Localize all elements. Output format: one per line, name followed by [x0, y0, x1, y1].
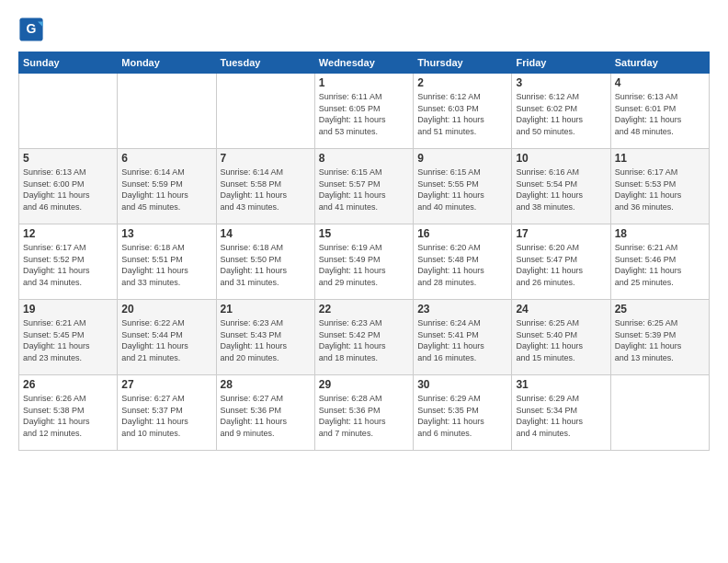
- calendar-cell: 31Sunrise: 6:29 AM Sunset: 5:34 PM Dayli…: [512, 375, 610, 451]
- day-info: Sunrise: 6:16 AM Sunset: 5:54 PM Dayligh…: [516, 167, 606, 213]
- day-number: 11: [615, 152, 705, 165]
- calendar-cell: 11Sunrise: 6:17 AM Sunset: 5:53 PM Dayli…: [610, 149, 709, 224]
- day-info: Sunrise: 6:14 AM Sunset: 5:58 PM Dayligh…: [221, 167, 311, 213]
- calendar-cell: 6Sunrise: 6:14 AM Sunset: 5:59 PM Daylig…: [118, 149, 216, 224]
- weekday-header-row: SundayMondayTuesdayWednesdayThursdayFrid…: [19, 52, 710, 74]
- day-info: Sunrise: 6:14 AM Sunset: 5:59 PM Dayligh…: [121, 167, 211, 213]
- calendar-cell: 1Sunrise: 6:11 AM Sunset: 6:05 PM Daylig…: [314, 74, 413, 149]
- calendar-cell: 20Sunrise: 6:22 AM Sunset: 5:44 PM Dayli…: [118, 300, 216, 375]
- logo-icon: G: [18, 17, 44, 42]
- day-info: Sunrise: 6:11 AM Sunset: 6:05 PM Dayligh…: [319, 91, 409, 137]
- day-info: Sunrise: 6:18 AM Sunset: 5:50 PM Dayligh…: [221, 242, 311, 288]
- calendar-cell: 30Sunrise: 6:29 AM Sunset: 5:35 PM Dayli…: [414, 375, 512, 451]
- calendar-cell: [19, 74, 118, 149]
- day-info: Sunrise: 6:17 AM Sunset: 5:52 PM Dayligh…: [23, 242, 113, 288]
- day-info: Sunrise: 6:25 AM Sunset: 5:39 PM Dayligh…: [615, 317, 705, 363]
- day-info: Sunrise: 6:13 AM Sunset: 6:01 PM Dayligh…: [615, 91, 705, 137]
- calendar-cell: 18Sunrise: 6:21 AM Sunset: 5:46 PM Dayli…: [610, 224, 709, 300]
- calendar-cell: 8Sunrise: 6:15 AM Sunset: 5:57 PM Daylig…: [314, 149, 413, 224]
- day-number: 3: [516, 76, 606, 89]
- calendar-cell: 3Sunrise: 6:12 AM Sunset: 6:02 PM Daylig…: [512, 74, 610, 149]
- calendar-cell: 9Sunrise: 6:15 AM Sunset: 5:55 PM Daylig…: [414, 149, 512, 224]
- day-number: 30: [417, 378, 507, 391]
- day-number: 18: [615, 227, 705, 240]
- calendar-cell: 5Sunrise: 6:13 AM Sunset: 6:00 PM Daylig…: [19, 149, 118, 224]
- week-row-2: 5Sunrise: 6:13 AM Sunset: 6:00 PM Daylig…: [19, 149, 710, 224]
- day-info: Sunrise: 6:28 AM Sunset: 5:36 PM Dayligh…: [319, 393, 409, 439]
- calendar-cell: 23Sunrise: 6:24 AM Sunset: 5:41 PM Dayli…: [414, 300, 512, 375]
- day-number: 13: [121, 227, 211, 240]
- weekday-header-monday: Monday: [118, 52, 216, 74]
- day-info: Sunrise: 6:13 AM Sunset: 6:00 PM Dayligh…: [23, 167, 113, 213]
- day-info: Sunrise: 6:15 AM Sunset: 5:57 PM Dayligh…: [319, 167, 409, 213]
- page: G SundayMondayTuesdayWednesdayThursdayFr…: [0, 0, 728, 563]
- svg-text:G: G: [27, 21, 37, 36]
- day-number: 21: [221, 303, 311, 316]
- day-info: Sunrise: 6:19 AM Sunset: 5:49 PM Dayligh…: [319, 242, 409, 288]
- calendar-cell: 16Sunrise: 6:20 AM Sunset: 5:48 PM Dayli…: [414, 224, 512, 300]
- weekday-header-friday: Friday: [512, 52, 610, 74]
- calendar-cell: 29Sunrise: 6:28 AM Sunset: 5:36 PM Dayli…: [314, 375, 413, 451]
- calendar-cell: 19Sunrise: 6:21 AM Sunset: 5:45 PM Dayli…: [19, 300, 118, 375]
- week-row-5: 26Sunrise: 6:26 AM Sunset: 5:38 PM Dayli…: [19, 375, 710, 451]
- day-number: 20: [121, 303, 211, 316]
- day-number: 14: [221, 227, 311, 240]
- day-info: Sunrise: 6:15 AM Sunset: 5:55 PM Dayligh…: [417, 167, 507, 213]
- header: G: [18, 17, 710, 42]
- day-number: 4: [615, 76, 705, 89]
- week-row-4: 19Sunrise: 6:21 AM Sunset: 5:45 PM Dayli…: [19, 300, 710, 375]
- day-number: 10: [516, 152, 606, 165]
- calendar-cell: [216, 74, 314, 149]
- calendar-cell: 22Sunrise: 6:23 AM Sunset: 5:42 PM Dayli…: [314, 300, 413, 375]
- calendar-cell: 10Sunrise: 6:16 AM Sunset: 5:54 PM Dayli…: [512, 149, 610, 224]
- weekday-header-wednesday: Wednesday: [314, 52, 413, 74]
- day-info: Sunrise: 6:21 AM Sunset: 5:45 PM Dayligh…: [23, 317, 113, 363]
- calendar-cell: 13Sunrise: 6:18 AM Sunset: 5:51 PM Dayli…: [118, 224, 216, 300]
- calendar-cell: 7Sunrise: 6:14 AM Sunset: 5:58 PM Daylig…: [216, 149, 314, 224]
- calendar-cell: 17Sunrise: 6:20 AM Sunset: 5:47 PM Dayli…: [512, 224, 610, 300]
- day-info: Sunrise: 6:12 AM Sunset: 6:03 PM Dayligh…: [417, 91, 507, 137]
- calendar-cell: 12Sunrise: 6:17 AM Sunset: 5:52 PM Dayli…: [19, 224, 118, 300]
- weekday-header-thursday: Thursday: [414, 52, 512, 74]
- day-info: Sunrise: 6:20 AM Sunset: 5:48 PM Dayligh…: [417, 242, 507, 288]
- day-info: Sunrise: 6:12 AM Sunset: 6:02 PM Dayligh…: [516, 91, 606, 137]
- weekday-header-tuesday: Tuesday: [216, 52, 314, 74]
- day-info: Sunrise: 6:25 AM Sunset: 5:40 PM Dayligh…: [516, 317, 606, 363]
- week-row-1: 1Sunrise: 6:11 AM Sunset: 6:05 PM Daylig…: [19, 74, 710, 149]
- day-number: 15: [319, 227, 409, 240]
- calendar-cell: 21Sunrise: 6:23 AM Sunset: 5:43 PM Dayli…: [216, 300, 314, 375]
- calendar-cell: 4Sunrise: 6:13 AM Sunset: 6:01 PM Daylig…: [610, 74, 709, 149]
- calendar-cell: [610, 375, 709, 451]
- day-info: Sunrise: 6:29 AM Sunset: 5:35 PM Dayligh…: [417, 393, 507, 439]
- day-number: 22: [319, 303, 409, 316]
- calendar-cell: 2Sunrise: 6:12 AM Sunset: 6:03 PM Daylig…: [414, 74, 512, 149]
- day-number: 28: [221, 378, 311, 391]
- day-info: Sunrise: 6:29 AM Sunset: 5:34 PM Dayligh…: [516, 393, 606, 439]
- calendar-cell: [118, 74, 216, 149]
- weekday-header-sunday: Sunday: [19, 52, 118, 74]
- calendar-cell: 14Sunrise: 6:18 AM Sunset: 5:50 PM Dayli…: [216, 224, 314, 300]
- week-row-3: 12Sunrise: 6:17 AM Sunset: 5:52 PM Dayli…: [19, 224, 710, 300]
- day-info: Sunrise: 6:24 AM Sunset: 5:41 PM Dayligh…: [417, 317, 507, 363]
- day-info: Sunrise: 6:26 AM Sunset: 5:38 PM Dayligh…: [23, 393, 113, 439]
- weekday-header-saturday: Saturday: [610, 52, 709, 74]
- calendar: SundayMondayTuesdayWednesdayThursdayFrid…: [18, 52, 710, 451]
- day-number: 23: [417, 303, 507, 316]
- day-number: 25: [615, 303, 705, 316]
- day-info: Sunrise: 6:21 AM Sunset: 5:46 PM Dayligh…: [615, 242, 705, 288]
- day-number: 19: [23, 303, 113, 316]
- day-info: Sunrise: 6:20 AM Sunset: 5:47 PM Dayligh…: [516, 242, 606, 288]
- day-number: 6: [121, 152, 211, 165]
- day-number: 12: [23, 227, 113, 240]
- day-number: 7: [221, 152, 311, 165]
- logo: G: [18, 17, 48, 42]
- day-number: 29: [319, 378, 409, 391]
- calendar-cell: 25Sunrise: 6:25 AM Sunset: 5:39 PM Dayli…: [610, 300, 709, 375]
- calendar-cell: 26Sunrise: 6:26 AM Sunset: 5:38 PM Dayli…: [19, 375, 118, 451]
- day-info: Sunrise: 6:27 AM Sunset: 5:37 PM Dayligh…: [121, 393, 211, 439]
- day-info: Sunrise: 6:17 AM Sunset: 5:53 PM Dayligh…: [615, 167, 705, 213]
- day-info: Sunrise: 6:27 AM Sunset: 5:36 PM Dayligh…: [221, 393, 311, 439]
- day-number: 16: [417, 227, 507, 240]
- day-number: 27: [121, 378, 211, 391]
- day-number: 8: [319, 152, 409, 165]
